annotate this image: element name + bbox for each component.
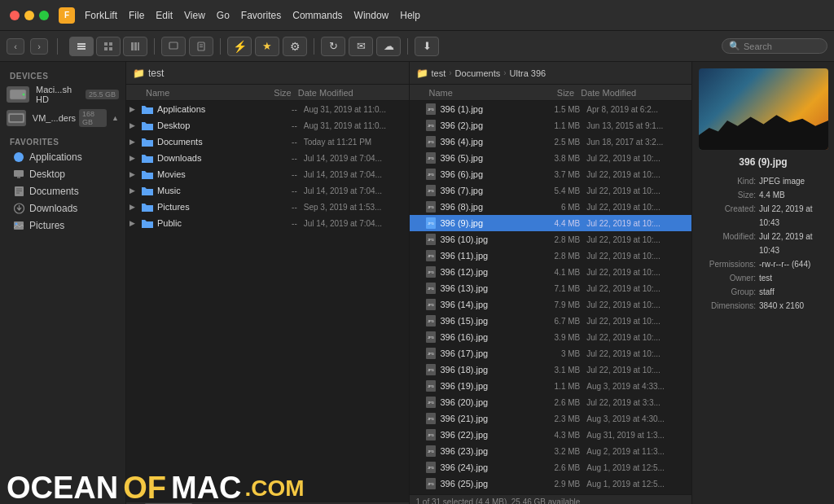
left-row-applications[interactable]: ▶ Applications -- Aug 31, 2019 at 11:0..… — [126, 101, 409, 117]
right-filedate: Jul 22, 2019 at 10:... — [586, 284, 688, 293]
device-macintosh-hd[interactable]: Maci...sh HD 25.5 GB — [0, 82, 125, 107]
right-row-0[interactable]: JPG 396 (1).jpg 1.5 MB Apr 8, 2019 at 6:… — [410, 101, 692, 117]
right-row-20[interactable]: JPG 396 (22).jpg 4.3 MB Aug 31, 2019 at … — [410, 427, 692, 443]
right-row-15[interactable]: JPG 396 (17).jpg 3 MB Jul 22, 2019 at 10… — [410, 345, 692, 362]
close-button[interactable] — [10, 11, 20, 20]
menu-favorites[interactable]: Favorites — [241, 10, 281, 21]
device-vm-ders[interactable]: VM_...ders 168 GB ▲ — [0, 107, 125, 129]
right-row-16[interactable]: JPG 396 (18).jpg 3.1 MB Jul 22, 2019 at … — [410, 362, 692, 378]
right-row-21[interactable]: JPG 396 (23).jpg 3.2 MB Aug 2, 2019 at 1… — [410, 443, 692, 459]
preview-pane: 396 (9).jpg Kind: JPEG image Size: 4.4 M… — [691, 62, 834, 504]
right-filename: 396 (24).jpg — [441, 462, 542, 472]
sidebar-item-desktop[interactable]: Desktop — [3, 166, 122, 182]
right-filesize: 3.8 MB — [542, 154, 586, 163]
right-row-3[interactable]: JPG 396 (5).jpg 3.8 MB Jul 22, 2019 at 1… — [410, 150, 692, 166]
sync-button[interactable]: ↻ — [321, 37, 345, 56]
menu-help[interactable]: Help — [400, 10, 420, 21]
right-row-8[interactable]: JPG 396 (10).jpg 2.8 MB Jul 22, 2019 at … — [410, 231, 692, 248]
left-row-documents[interactable]: ▶ Documents -- Today at 11:21 PM — [126, 134, 409, 150]
right-filename: 396 (15).jpg — [441, 316, 542, 326]
right-row-5[interactable]: JPG 396 (7).jpg 5.4 MB Jul 22, 2019 at 1… — [410, 182, 692, 199]
right-row-22[interactable]: JPG 396 (24).jpg 2.6 MB Aug 1, 2019 at 1… — [410, 459, 692, 476]
right-row-1[interactable]: JPG 396 (2).jpg 1.1 MB Jun 13, 2015 at 9… — [410, 117, 692, 134]
devices-section-label: Devices — [0, 68, 125, 82]
svg-text:JPG: JPG — [428, 156, 434, 160]
view-columns-button[interactable] — [123, 37, 147, 56]
menu-forklift[interactable]: ForkLift — [85, 10, 117, 21]
right-row-18[interactable]: JPG 396 (20).jpg 2.6 MB Jul 22, 2019 at … — [410, 394, 692, 410]
left-col-size[interactable]: Size — [253, 88, 298, 98]
right-row-10[interactable]: JPG 396 (12).jpg 4.1 MB Jul 22, 2019 at … — [410, 264, 692, 280]
mail-button[interactable]: ✉ — [349, 37, 373, 56]
favorites-button[interactable]: ★ — [255, 37, 279, 56]
left-row-movies[interactable]: ▶ Movies -- Jul 14, 2019 at 7:04... — [126, 166, 409, 182]
menu-edit[interactable]: Edit — [156, 10, 173, 21]
sidebar-item-documents[interactable]: Documents — [3, 183, 122, 199]
left-filename-movies: Movies — [157, 169, 259, 179]
right-row-13[interactable]: JPG 396 (15).jpg 6.7 MB Jul 22, 2019 at … — [410, 313, 692, 329]
gear-button[interactable]: ⚙ — [283, 37, 307, 56]
right-filename: 396 (5).jpg — [441, 153, 542, 163]
menu-bar: ForkLift File Edit View Go Favorites Com… — [85, 10, 420, 21]
sidebar-item-pictures[interactable]: Pictures — [3, 217, 122, 234]
search-box[interactable]: 🔍 Search — [722, 38, 827, 54]
right-row-12[interactable]: JPG 396 (14).jpg 7.9 MB Jul 22, 2019 at … — [410, 296, 692, 313]
left-row-pictures[interactable]: ▶ Pictures -- Sep 3, 2019 at 1:53... — [126, 199, 409, 215]
right-row-6[interactable]: JPG 396 (8).jpg 6 MB Jul 22, 2019 at 10:… — [410, 199, 692, 215]
right-row-9[interactable]: JPG 396 (11).jpg 2.8 MB Jul 22, 2019 at … — [410, 248, 692, 264]
right-row-7[interactable]: JPG 396 (9).jpg 4.4 MB Jul 22, 2019 at 1… — [410, 215, 692, 231]
svg-point-15 — [23, 94, 25, 96]
sidebar-item-applications[interactable]: Applications — [3, 149, 122, 165]
nav-forward-button[interactable]: › — [30, 38, 48, 55]
right-row-17[interactable]: JPG 396 (19).jpg 1.1 MB Aug 3, 2019 at 4… — [410, 378, 692, 394]
right-row-23[interactable]: JPG 396 (25).jpg 2.9 MB Aug 1, 2019 at 1… — [410, 476, 692, 492]
breadcrumb-documents[interactable]: Documents — [455, 68, 501, 78]
right-filename: 396 (22).jpg — [441, 430, 542, 440]
maximize-button[interactable] — [39, 11, 49, 20]
new-file-button[interactable] — [189, 37, 213, 56]
new-tab-button[interactable] — [161, 37, 186, 56]
right-row-19[interactable]: JPG 396 (21).jpg 2.3 MB Aug 3, 2019 at 4… — [410, 410, 692, 427]
right-row-14[interactable]: JPG 396 (16).jpg 3.9 MB Jul 22, 2019 at … — [410, 329, 692, 345]
bolt-button[interactable]: ⚡ — [227, 37, 252, 56]
left-row-desktop[interactable]: ▶ Desktop -- Aug 31, 2019 at 11:0... — [126, 117, 409, 134]
menu-window[interactable]: Window — [354, 10, 389, 21]
right-col-name[interactable]: Name — [413, 88, 537, 98]
jpg-icon: JPG — [424, 135, 437, 148]
svg-text:JPG: JPG — [428, 124, 434, 128]
menu-file[interactable]: File — [129, 10, 144, 21]
nav-back-button[interactable]: ‹ — [7, 38, 24, 55]
left-file-list[interactable]: ▶ Applications -- Aug 31, 2019 at 11:0..… — [126, 101, 409, 502]
breadcrumb-test[interactable]: test — [432, 68, 446, 78]
minimize-button[interactable] — [24, 11, 34, 20]
left-row-downloads[interactable]: ▶ Downloads -- Jul 14, 2019 at 7:04... — [126, 150, 409, 166]
left-filename-pictures: Pictures — [157, 202, 259, 212]
toolbar: ‹ › ⚡ ★ ⚙ ↻ ✉ ☁ ⬇ 🔍 Search — [0, 31, 834, 62]
right-row-11[interactable]: JPG 396 (13).jpg 7.1 MB Jul 22, 2019 at … — [410, 280, 692, 296]
bread-sep-2: › — [503, 68, 506, 77]
meta-size: Size: 4.4 MB — [699, 188, 827, 202]
view-list-button[interactable] — [69, 37, 94, 56]
left-row-music[interactable]: ▶ Music -- Jul 14, 2019 at 7:04... — [126, 182, 409, 199]
downloads-icon — [13, 203, 24, 214]
menu-view[interactable]: View — [184, 10, 205, 21]
cloud-button[interactable]: ☁ — [376, 37, 401, 56]
left-row-public[interactable]: ▶ Public -- Jul 14, 2019 at 7:04... — [126, 215, 409, 231]
menu-go[interactable]: Go — [217, 10, 230, 21]
left-col-date[interactable]: Date Modified — [298, 88, 406, 98]
meta-modified-value: Jul 22, 2019 at 10:43 — [759, 230, 827, 257]
right-col-size[interactable]: Size — [536, 88, 581, 98]
right-col-date[interactable]: Date Modified — [581, 88, 688, 98]
right-row-4[interactable]: JPG 396 (6).jpg 3.7 MB Jul 22, 2019 at 1… — [410, 166, 692, 182]
view-grid-button[interactable] — [96, 37, 121, 56]
breadcrumb-ultra396[interactable]: Ultra 396 — [510, 68, 546, 78]
right-file-list[interactable]: JPG 396 (1).jpg 1.5 MB Apr 8, 2019 at 6:… — [410, 101, 692, 494]
sidebar-item-downloads[interactable]: Downloads — [3, 200, 122, 217]
download-button[interactable]: ⬇ — [415, 37, 439, 56]
menu-commands[interactable]: Commands — [292, 10, 342, 21]
left-pane-header: 📁 test — [126, 62, 409, 85]
device-info-1: Maci...sh HD — [36, 85, 82, 104]
left-col-name[interactable]: Name — [129, 88, 253, 98]
applications-icon — [13, 151, 24, 163]
right-row-2[interactable]: JPG 396 (4).jpg 2.5 MB Jun 18, 2017 at 3… — [410, 134, 692, 150]
